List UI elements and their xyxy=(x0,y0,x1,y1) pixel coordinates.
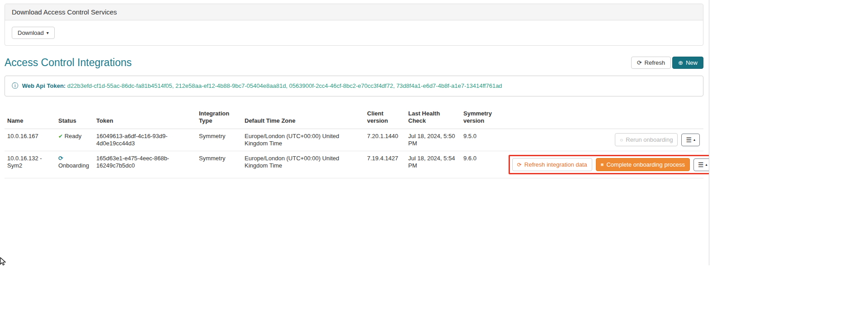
circle-icon: ○ xyxy=(620,137,623,143)
page-title: Access Control Integrations xyxy=(5,57,132,69)
cell-actions: ⟳ Refresh integration data ■ Complete on… xyxy=(506,151,703,178)
cell-last-health-check: Jul 18, 2024, 5:54 PM xyxy=(406,151,461,178)
cell-token: 16049613-a6df-4c16-93d9-4d0e19cc44d3 xyxy=(94,129,196,151)
check-icon: ✔ xyxy=(58,133,63,139)
col-header-token: Token xyxy=(94,106,196,129)
section-header-buttons: ⟳ Refresh ⊕ New xyxy=(631,57,703,69)
col-header-time-zone: Default Time Zone xyxy=(242,106,364,129)
complete-onboarding-button[interactable]: ■ Complete onboarding process xyxy=(596,158,690,171)
col-header-status: Status xyxy=(56,106,94,129)
download-panel: Download Access Control Services Downloa… xyxy=(5,4,703,46)
row-menu-button[interactable]: ☰ ▴ xyxy=(693,158,709,171)
cell-symmetry-version: 9.5.0 xyxy=(461,129,506,151)
cell-client-version: 7.20.1.1440 xyxy=(364,129,406,151)
cell-token: 165d63e1-e475-4eec-868b-16249c7b5dc0 xyxy=(94,151,196,178)
cell-symmetry-version: 9.6.0 xyxy=(461,151,506,178)
new-button[interactable]: ⊕ New xyxy=(672,57,703,69)
rerun-onboarding-label: Rerun onboarding xyxy=(626,137,673,143)
cell-status: ⟳ Onboarding xyxy=(56,151,94,178)
col-header-integration-type: Integration Type xyxy=(196,106,242,129)
cell-last-health-check: Jul 18, 2024, 5:50 PM xyxy=(406,129,461,151)
caret-up-icon: ▴ xyxy=(705,163,707,167)
menu-icon: ☰ xyxy=(698,162,704,168)
cell-time-zone: Europe/London (UTC+00:00) United Kingdom… xyxy=(242,151,364,178)
download-panel-title: Download Access Control Services xyxy=(5,4,703,20)
info-icon: ⓘ xyxy=(12,82,18,89)
caret-up-icon: ▴ xyxy=(693,138,695,142)
cell-time-zone: Europe/London (UTC+00:00) United Kingdom… xyxy=(242,129,364,151)
annotation-highlight: ⟳ Refresh integration data ■ Complete on… xyxy=(509,155,709,174)
cell-integration-type: Symmetry xyxy=(196,151,242,178)
download-panel-body: Download ▾ xyxy=(5,20,703,45)
download-button-label: Download xyxy=(18,30,44,36)
table-header-row: Name Status Token Integration Type Defau… xyxy=(5,106,703,129)
refresh-button-label: Refresh xyxy=(645,60,665,66)
refresh-button[interactable]: ⟳ Refresh xyxy=(631,57,671,69)
status-text: Ready xyxy=(65,133,82,139)
web-api-token-label: Web Api Token: xyxy=(22,82,66,89)
rerun-onboarding-button[interactable]: ○ Rerun onboarding xyxy=(615,133,678,146)
mouse-cursor xyxy=(0,257,6,268)
complete-onboarding-label: Complete onboarding process xyxy=(606,162,684,168)
cell-client-version: 7.19.4.1427 xyxy=(364,151,406,178)
download-button[interactable]: Download ▾ xyxy=(12,27,55,39)
cell-status: ✔ Ready xyxy=(56,129,94,151)
cell-integration-type: Symmetry xyxy=(196,129,242,151)
web-api-token-banner: ⓘ Web Api Token: d22b3efd-cf1d-55ac-86dc… xyxy=(5,76,703,96)
col-header-symmetry-version: Symmetry version xyxy=(461,106,506,129)
cell-name: 10.0.16.167 xyxy=(5,129,56,151)
new-button-label: New xyxy=(686,60,698,66)
refresh-icon: ⟳ xyxy=(637,60,642,66)
cell-actions: ○ Rerun onboarding ☰ ▴ xyxy=(506,129,703,151)
refresh-integration-data-button[interactable]: ⟳ Refresh integration data xyxy=(512,158,592,171)
plus-icon: ⊕ xyxy=(678,60,683,66)
cell-name: 10.0.16.132 - Sym2 xyxy=(5,151,56,178)
col-header-name: Name xyxy=(5,106,56,129)
col-header-actions xyxy=(506,106,703,129)
browser-viewport: Download Access Control Services Downloa… xyxy=(0,0,709,265)
row-menu-button[interactable]: ☰ ▴ xyxy=(681,134,700,146)
table-row: 10.0.16.167 ✔ Ready 16049613-a6df-4c16-9… xyxy=(5,129,703,151)
section-header: Access Control Integrations ⟳ Refresh ⊕ … xyxy=(5,57,703,69)
refresh-integration-data-label: Refresh integration data xyxy=(524,162,587,168)
menu-icon: ☰ xyxy=(686,137,692,143)
col-header-client-version: Client version xyxy=(364,106,406,129)
refresh-icon: ⟳ xyxy=(517,162,522,168)
table-row: 10.0.16.132 - Sym2 ⟳ Onboarding 165d63e1… xyxy=(5,151,703,178)
integrations-table: Name Status Token Integration Type Defau… xyxy=(5,106,703,178)
caret-down-icon: ▾ xyxy=(47,31,49,35)
onboarding-refresh-icon: ⟳ xyxy=(58,155,63,162)
web-api-token-values: d22b3efd-cf1d-55ac-86dc-fa81b4514f05, 21… xyxy=(67,82,502,89)
status-text: Onboarding xyxy=(58,162,89,169)
col-header-last-health-check: Last Health Check xyxy=(406,106,461,129)
stop-icon: ■ xyxy=(601,162,604,167)
